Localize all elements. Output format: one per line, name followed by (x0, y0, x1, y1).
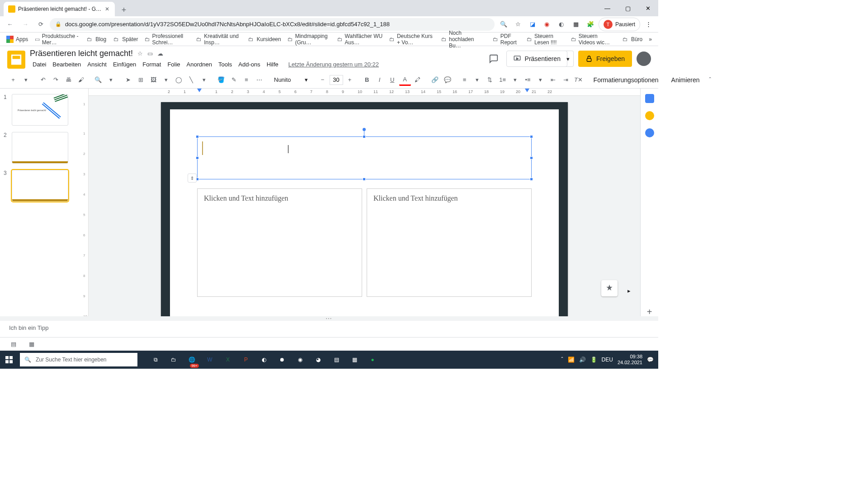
notifications-icon[interactable]: 💬 (647, 357, 654, 363)
zoom-dropdown[interactable]: ▾ (105, 74, 117, 86)
excel-icon[interactable]: X (219, 351, 237, 369)
title-textbox[interactable]: ⇕ (197, 136, 532, 179)
resize-handle[interactable] (363, 178, 366, 181)
slides-logo-icon[interactable] (7, 51, 25, 69)
slide-canvas[interactable]: 2 1 1 2 3 4 5 6 7 8 9 10 11 12 13 14 15 … (89, 89, 640, 316)
font-selector[interactable]: Nunito ▾ (270, 76, 311, 83)
bookmark-apps[interactable]: Apps (4, 34, 31, 45)
speaker-notes[interactable]: Ich bin ein Tipp (0, 321, 658, 337)
edge-icon[interactable]: 🌐99+ (183, 351, 201, 369)
decrease-font-button[interactable]: − (317, 74, 329, 86)
textbox-tool[interactable]: ⊞ (135, 74, 146, 86)
resize-handle[interactable] (196, 135, 199, 138)
tray-chevron-icon[interactable]: ˆ (561, 357, 563, 363)
body-textbox-right[interactable]: Klicken und Text hinzufügen (367, 188, 532, 297)
cloud-saved-icon[interactable]: ☁ (157, 50, 163, 57)
browser-tab[interactable]: Präsentieren leicht gemacht! - G… ✕ (4, 2, 115, 16)
extension-icon-1[interactable]: ◪ (526, 18, 539, 31)
bookmark-item[interactable]: 🗀Kreativität und Insp… (193, 31, 243, 47)
language-indicator[interactable]: DEU (602, 357, 613, 363)
shape-tool[interactable]: ◯ (173, 74, 184, 86)
font-size-input[interactable] (330, 75, 343, 85)
line-tool[interactable]: ╲ (185, 74, 197, 86)
border-weight-button[interactable]: ≡ (241, 74, 252, 86)
slide-thumbnail-2[interactable] (12, 132, 68, 164)
bookmark-star-icon[interactable]: ☆ (512, 18, 524, 31)
bookmark-item[interactable]: 🗀Professionell Schrei… (142, 31, 193, 47)
zoom-icon[interactable]: 🔍 (497, 18, 510, 31)
menu-bearbeiten[interactable]: Bearbeiten (50, 59, 84, 70)
link-button[interactable]: 🔗 (429, 74, 441, 86)
clear-format-button[interactable]: T✕ (573, 74, 585, 86)
menu-datei[interactable]: Datei (30, 59, 49, 70)
volume-icon[interactable]: 🔊 (579, 357, 586, 363)
decrease-indent-button[interactable]: ⇤ (547, 74, 559, 86)
start-button[interactable] (0, 351, 18, 369)
document-title[interactable]: Präsentieren leicht gemacht! (30, 49, 133, 58)
calendar-icon[interactable] (645, 94, 654, 103)
maximize-button[interactable]: ▢ (618, 0, 638, 16)
minimize-button[interactable]: — (597, 0, 618, 16)
app-icon[interactable]: ▦ (345, 351, 363, 369)
bookmark-item[interactable]: 🗀Blog (83, 34, 109, 44)
numbered-list-dropdown[interactable]: ▾ (509, 74, 521, 86)
extensions-menu-icon[interactable]: 🧩 (584, 18, 597, 31)
menu-addons[interactable]: Add-ons (236, 59, 263, 70)
profile-paused-chip[interactable]: T Pausiert (599, 18, 640, 31)
back-button[interactable]: ← (4, 18, 16, 31)
bookmark-item[interactable]: ▭Produktsuche - Mer… (32, 31, 82, 47)
new-slide-dropdown[interactable]: ▾ (20, 74, 32, 86)
print-button[interactable]: 🖶 (62, 74, 74, 86)
bookmark-item[interactable]: 🗀Mindmapping (Gru… (285, 31, 334, 47)
file-explorer-icon[interactable]: 🗀 (165, 351, 183, 369)
increase-indent-button[interactable]: ⇥ (560, 74, 572, 86)
forward-button[interactable]: → (19, 18, 32, 31)
comments-button[interactable] (486, 51, 502, 67)
slide-thumbnail-3[interactable] (12, 170, 68, 202)
menu-anordnen[interactable]: Anordnen (184, 59, 215, 70)
align-dropdown[interactable]: ▾ (472, 74, 483, 86)
resize-handle[interactable] (530, 178, 533, 181)
obs-icon[interactable]: ⏺ (273, 351, 291, 369)
close-window-button[interactable]: ✕ (638, 0, 658, 16)
align-button[interactable]: ≡ (459, 74, 471, 86)
slide-thumbnail-1[interactable]: Präsentieren leicht gemacht! (12, 94, 68, 126)
chrome-menu-icon[interactable]: ⋮ (642, 18, 655, 31)
taskbar-search[interactable]: 🔍 Zur Suche Text hier eingeben (20, 353, 137, 366)
extension-icon-3[interactable]: ◐ (555, 18, 568, 31)
bookmark-item[interactable]: 🗀Steuern Lesen !!!! (524, 31, 567, 47)
last-edit-link[interactable]: Letzte Änderung gestern um 20:22 (286, 59, 382, 70)
fill-color-button[interactable]: 🪣 (215, 74, 227, 86)
extension-icon-2[interactable]: ◉ (541, 18, 553, 31)
italic-button[interactable]: I (374, 74, 386, 86)
battery-icon[interactable]: 🔋 (590, 357, 597, 363)
grid-view-button[interactable]: ▦ (27, 341, 36, 348)
menu-tools[interactable]: Tools (216, 59, 235, 70)
menu-hilfe[interactable]: Hilfe (264, 59, 281, 70)
scroll-right-button[interactable]: ▸ (627, 287, 637, 296)
move-icon[interactable]: ▭ (147, 50, 153, 57)
rotate-handle[interactable] (363, 128, 366, 131)
underline-button[interactable]: U (387, 74, 398, 86)
numbered-list-button[interactable]: 1≡ (497, 74, 509, 86)
collapse-toolbar-button[interactable]: ˆ (704, 74, 716, 86)
task-view-icon[interactable]: ⧉ (146, 351, 165, 369)
bold-button[interactable]: B (361, 74, 373, 86)
line-spacing-button[interactable]: ⇅ (484, 74, 496, 86)
bookmarks-overflow[interactable]: » (646, 34, 655, 44)
app-icon[interactable]: ▤ (327, 351, 345, 369)
app-icon[interactable]: ◐ (255, 351, 273, 369)
select-tool[interactable]: ➤ (122, 74, 134, 86)
zoom-button[interactable]: 🔍 (92, 74, 104, 86)
present-button[interactable]: Präsentieren (506, 51, 567, 67)
menu-einfuegen[interactable]: Einfügen (110, 59, 139, 70)
body-textbox-left[interactable]: Klicken und Text hinzufügen (197, 188, 362, 297)
bullet-list-button[interactable]: •≡ (522, 74, 534, 86)
edge-app-icon[interactable]: ◕ (309, 351, 327, 369)
close-tab-icon[interactable]: ✕ (104, 6, 110, 12)
account-avatar[interactable] (637, 52, 651, 66)
paint-format-button[interactable]: 🖌 (75, 74, 87, 86)
bookmark-item[interactable]: 🗀Deutsche Kurs + Vo… (387, 31, 438, 47)
url-bar[interactable]: 🔒 docs.google.com/presentation/d/1yV372S… (50, 18, 495, 31)
spotify-icon[interactable]: ● (363, 351, 382, 369)
